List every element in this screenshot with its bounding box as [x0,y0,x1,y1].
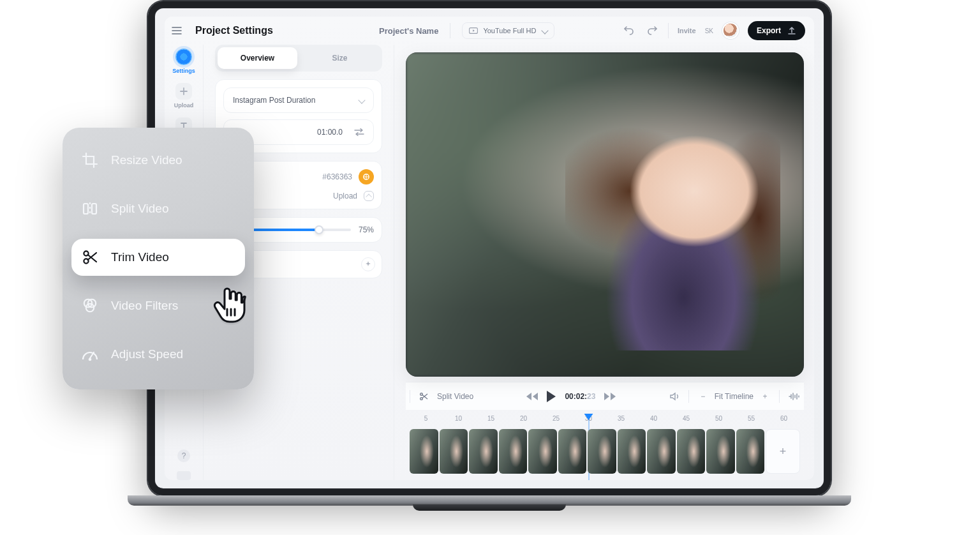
scissors-icon [419,392,428,401]
settings-icon [175,49,192,65]
duration-preset-select[interactable]: Instagram Post Duration [223,87,374,113]
tools-popover: Resize Video Split Video Trim Video Vide… [63,128,254,389]
rewind-button[interactable] [526,393,538,400]
svg-rect-4 [84,204,88,214]
divider [779,390,780,403]
help-button[interactable]: ? [177,449,190,462]
undo-button[interactable] [622,24,636,38]
upload-label: Upload [333,192,357,200]
invite-button[interactable]: Invite [678,27,696,34]
clip-thumb[interactable] [618,429,646,474]
rail-label: Upload [174,102,194,109]
split-video-button[interactable]: Split Video [437,392,473,401]
fit-timeline-button[interactable]: Fit Timeline [715,392,754,401]
clip-thumb[interactable] [677,429,706,474]
plus-icon [175,83,192,100]
timeline-strip[interactable]: + [410,429,800,474]
project-name-field[interactable]: Project's Name [379,26,438,36]
ruler-tick: 15 [487,415,494,422]
clip-thumb[interactable] [558,429,587,474]
transport-bar: Split Video 00:02:23 − F [406,382,804,410]
menu-icon[interactable] [168,22,185,39]
slider-percent: 75% [359,225,374,234]
youtube-icon [469,27,478,34]
split-icon [80,199,100,218]
keyboard-icon[interactable] [177,471,191,480]
play-button[interactable] [547,391,556,402]
tool-adjust-speed[interactable]: Adjust Speed [71,336,245,373]
ruler-tick: 55 [748,415,755,422]
speed-icon [80,345,100,364]
waveform-icon[interactable] [789,393,800,400]
clip-thumb[interactable] [440,429,468,474]
panel-title: Project Settings [195,25,273,36]
clip-thumb[interactable] [736,429,765,474]
user-initials: SK [705,27,713,34]
duration-value: 01:00.0 [317,128,343,137]
color-hex[interactable]: #636363 [322,172,352,181]
rail-label: Settings [172,68,195,74]
clip-thumb[interactable] [499,429,528,474]
swap-icon[interactable] [354,128,364,136]
divider [688,390,689,403]
clip-thumb[interactable] [588,429,616,474]
divider [410,390,410,403]
rail-item-settings[interactable]: Settings [172,49,195,74]
clip-thumb[interactable] [410,429,438,474]
export-label: Export [757,26,781,35]
zoom-out-button[interactable]: − [698,391,708,402]
svg-point-3 [420,397,423,400]
ruler-tick: 20 [520,415,527,422]
tool-label: Video Filters [111,299,178,313]
output-format-select[interactable]: YouTube Full HD [462,22,554,39]
ruler-tick: 50 [715,415,722,422]
ruler-tick: 5 [424,415,428,422]
zoom-in-button[interactable]: + [760,391,770,402]
video-preview[interactable] [406,52,804,377]
upload-icon [364,191,374,201]
tool-split-video[interactable]: Split Video [71,190,245,227]
clip-thumb[interactable] [706,429,735,474]
sparkle-icon[interactable] [361,257,375,271]
ruler-tick: 40 [650,415,657,422]
filters-icon [80,296,100,315]
tool-label: Resize Video [111,153,182,167]
fit-timeline: − Fit Timeline + [698,391,770,402]
color-swatch[interactable] [359,169,374,185]
volume-icon[interactable] [669,392,679,401]
scissors-icon [80,248,100,267]
redo-button[interactable] [645,24,659,38]
clip-thumb[interactable] [528,429,557,474]
clip-thumb[interactable] [647,429,676,474]
svg-rect-5 [92,204,96,214]
ruler-tick: 60 [780,415,787,422]
ruler-tick: 10 [455,415,462,422]
svg-point-2 [420,393,423,395]
divider [668,23,669,38]
forward-button[interactable] [604,393,616,400]
avatar[interactable] [722,22,739,39]
tool-label: Split Video [111,202,169,216]
chevron-down-icon [358,96,365,103]
body: Settings Upload ? [165,45,814,480]
tool-label: Trim Video [111,250,169,264]
add-clip-button[interactable]: + [766,429,800,474]
export-button[interactable]: Export [748,21,805,40]
tool-trim-video[interactable]: Trim Video [71,239,245,276]
panel-tabs: Overview Size [215,45,382,72]
divider [450,23,450,38]
ruler-tick: 25 [553,415,560,422]
crop-icon [80,151,100,170]
tab-overview[interactable]: Overview [218,47,297,69]
ruler-tick: 35 [618,415,625,422]
chevron-down-icon [542,27,549,34]
tab-size[interactable]: Size [300,47,380,69]
output-format-label: YouTube Full HD [483,27,536,34]
upload-icon [787,26,796,35]
tool-resize-video[interactable]: Resize Video [71,142,245,179]
clip-thumb[interactable] [469,429,498,474]
cursor-hand-icon [211,287,246,326]
ruler-tick: 45 [683,415,690,422]
timeline-ruler[interactable]: 51015202530354045505560 [410,415,800,426]
rail-item-upload[interactable]: Upload [174,83,194,109]
